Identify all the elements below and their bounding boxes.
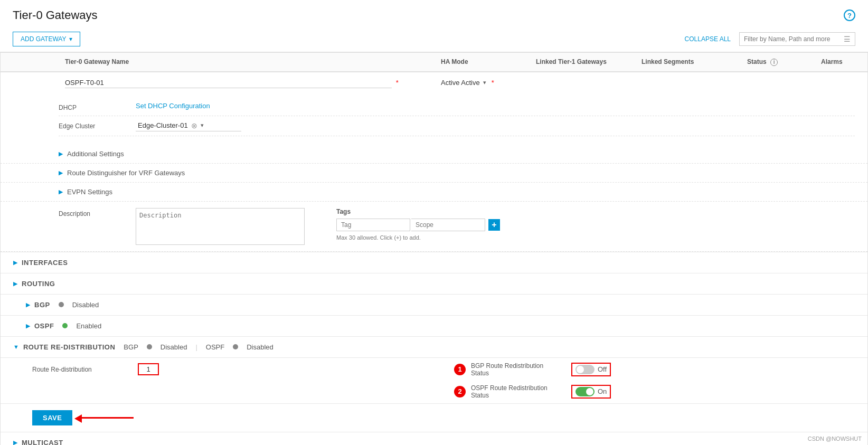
additional-settings-label: Additional Settings: [67, 150, 124, 158]
dhcp-label: DHCP: [59, 102, 127, 111]
add-tag-button[interactable]: +: [488, 219, 500, 231]
redist-row1: Route Re-distribution 1 1 BGP Route Redi…: [32, 362, 855, 377]
route-redist-value: 1: [146, 365, 150, 373]
tags-section: Tags + Max 30 allowed. Click (+) to add.: [336, 208, 500, 241]
route-redist-ospf-status: Disabled: [247, 343, 273, 351]
dhcp-value: Set DHCP Configuration: [136, 102, 855, 110]
dropdown-icon[interactable]: ▾: [201, 122, 204, 129]
ospf-chevron-icon: ▶: [26, 323, 30, 329]
th-ha-mode: HA Mode: [435, 58, 530, 66]
ha-required-star: *: [492, 79, 494, 87]
route-redistribution-header[interactable]: ▼ ROUTE RE-DISTRIBUTION BGP Disabled | O…: [1, 337, 867, 358]
tags-hint: Max 30 allowed. Click (+) to add.: [336, 234, 500, 241]
ha-chevron-icon: ▾: [483, 79, 486, 86]
desc-section: Description: [59, 208, 305, 245]
required-star: *: [396, 79, 399, 87]
ospf-status-items: Enabled: [62, 322, 101, 330]
bgp-redist-status-label: BGP Route Redistribution Status: [471, 362, 566, 377]
th-gateway-name: Tier-0 Gateway Name: [59, 58, 435, 66]
help-icon[interactable]: ?: [844, 10, 855, 21]
status-info-icon[interactable]: i: [770, 59, 778, 66]
redist-row2: 2 OSPF Route Redistribution Status On: [32, 384, 855, 399]
bgp-toggle-label: Off: [598, 365, 607, 373]
ospf-toggle-slider: [575, 387, 595, 396]
scope-input[interactable]: [411, 219, 485, 231]
route-redist-label: ROUTE RE-DISTRIBUTION: [23, 343, 115, 351]
collapse-all-button[interactable]: COLLAPSE ALL: [685, 35, 731, 43]
bgp-status-items: Disabled: [59, 301, 99, 309]
routing-label: ROUTING: [22, 280, 55, 288]
ospf-redist-status-label: OSPF Route Redistribution Status: [471, 384, 566, 399]
save-area: SAVE: [1, 404, 867, 432]
dhcp-row: DHCP Set DHCP Configuration: [59, 98, 855, 116]
table-header: Tier-0 Gateway Name HA Mode Linked Tier-…: [1, 53, 867, 72]
routing-section[interactable]: ▶ ROUTING: [1, 273, 867, 295]
th-expand: [1, 58, 59, 66]
save-button[interactable]: SAVE: [32, 410, 72, 425]
ospf-toggle-switch[interactable]: [575, 387, 595, 396]
interfaces-label: INTERFACES: [22, 259, 68, 267]
ha-mode-cell: Active Active ▾ *: [435, 79, 530, 87]
bgp-toggle-switch[interactable]: [575, 365, 595, 374]
ha-mode-select[interactable]: Active Active ▾ *: [441, 79, 523, 87]
edge-cluster-label: Edge Cluster: [59, 120, 127, 130]
route-redistribution-section: ▼ ROUTE RE-DISTRIBUTION BGP Disabled | O…: [1, 337, 867, 432]
gateway-name-cell: *: [59, 78, 435, 88]
gateway-name-input[interactable]: [65, 78, 392, 88]
bgp-toggle-slider: [575, 365, 595, 374]
interfaces-chevron-icon: ▶: [13, 259, 17, 266]
tag-input[interactable]: [336, 219, 410, 231]
edge-cluster-text: Edge-Cluster-01: [138, 121, 188, 129]
gateway-row: * Active Active ▾ * DHCP Set DHCP Config…: [1, 72, 867, 252]
page-header: Tier-0 Gateways ?: [0, 0, 868, 26]
toolbar-right: COLLAPSE ALL ☰: [685, 32, 855, 46]
edge-cluster-value: Edge-Cluster-01 ⊗ ▾: [136, 120, 855, 131]
badge2: 2: [454, 386, 466, 397]
description-label: Description: [59, 208, 127, 217]
th-alarms: Alarms: [815, 58, 867, 66]
gateway-details: DHCP Set DHCP Configuration Edge Cluster…: [1, 93, 867, 145]
bgp-section[interactable]: ▶ BGP Disabled: [1, 295, 867, 316]
additional-settings-chevron-icon: ▶: [59, 150, 63, 157]
routing-chevron-icon: ▶: [13, 280, 17, 287]
gateway-top: * Active Active ▾ *: [1, 72, 867, 93]
ospf-section[interactable]: ▶ OSPF Enabled: [1, 316, 867, 337]
ospf-status-dot: [62, 323, 68, 328]
bgp-status-dot: [59, 302, 64, 307]
ospf-status-text: Enabled: [76, 322, 101, 330]
edge-cluster-select[interactable]: Edge-Cluster-01 ⊗ ▾: [136, 120, 241, 131]
route-distinguisher-chevron-icon: ▶: [59, 169, 63, 176]
bgp-toggle-box: Off: [571, 363, 611, 376]
add-gateway-button[interactable]: ADD GATEWAY ▾: [13, 32, 80, 46]
route-redist-body: Route Re-distribution 1 1 BGP Route Redi…: [1, 358, 867, 404]
dhcp-link[interactable]: Set DHCP Configuration: [136, 102, 210, 110]
route-distinguisher-section[interactable]: ▶ Route Distinguisher for VRF Gateways: [1, 164, 867, 183]
ospf-toggle-knob: [586, 388, 593, 395]
th-linked-tier1: Linked Tier-1 Gateways: [530, 58, 635, 66]
route-redist-bgp-dot: [147, 344, 152, 349]
main-content: Tier-0 Gateway Name HA Mode Linked Tier-…: [0, 52, 868, 445]
additional-settings-section[interactable]: ▶ Additional Settings: [1, 145, 867, 164]
red-arrow-icon: [81, 417, 134, 419]
ospf-toggle-box: On: [571, 385, 611, 399]
bgp-label: BGP: [34, 301, 50, 309]
clear-icon[interactable]: ⊗: [191, 121, 197, 130]
route-redist-ospf-label: OSPF: [206, 343, 224, 351]
ospf-label: OSPF: [34, 322, 54, 330]
evpn-settings-section[interactable]: ▶ EVPN Settings: [1, 183, 867, 202]
route-redist-bgp-label: BGP: [124, 343, 138, 351]
interfaces-section[interactable]: ▶ INTERFACES: [1, 252, 867, 273]
ha-mode-label: Active Active: [441, 79, 480, 87]
chevron-down-icon: ▾: [69, 35, 72, 43]
th-linked-segments: Linked Segments: [635, 58, 741, 66]
evpn-settings-chevron-icon: ▶: [59, 188, 63, 195]
multicast-section[interactable]: ▶ MULTICAST: [1, 432, 867, 446]
route-redist-ospf-dot: [233, 344, 238, 349]
route-redist-chevron-icon: ▼: [13, 344, 19, 350]
tags-input-row: +: [336, 219, 500, 231]
page-title: Tier-0 Gateways: [13, 8, 98, 22]
badge1: 1: [454, 364, 466, 375]
redist-left1: Route Re-distribution 1: [32, 363, 433, 375]
filter-input[interactable]: [744, 35, 841, 43]
description-textarea[interactable]: [136, 208, 305, 245]
